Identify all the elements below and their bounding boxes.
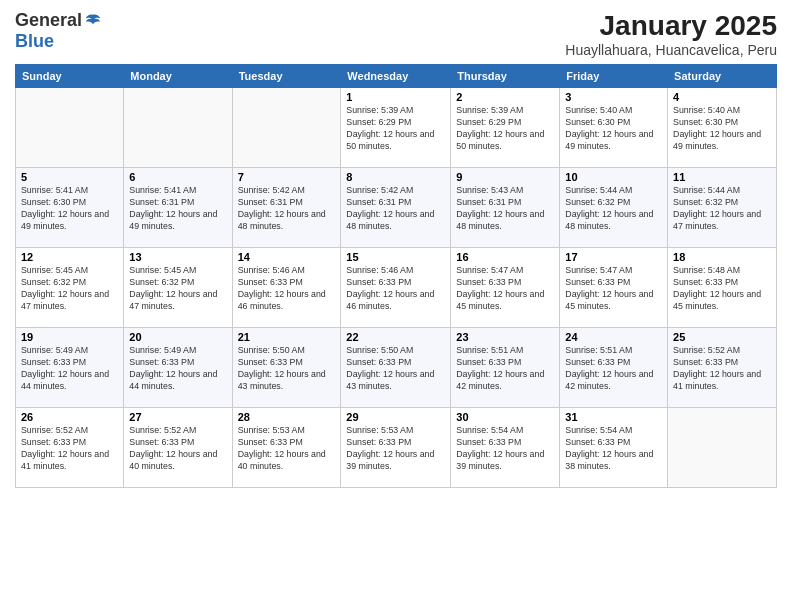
table-row: 18Sunrise: 5:48 AMSunset: 6:33 PMDayligh…: [668, 248, 777, 328]
table-row: 4Sunrise: 5:40 AMSunset: 6:30 PMDaylight…: [668, 88, 777, 168]
table-row: 22Sunrise: 5:50 AMSunset: 6:33 PMDayligh…: [341, 328, 451, 408]
day-info: Sunrise: 5:53 AMSunset: 6:33 PMDaylight:…: [346, 425, 445, 473]
table-row: 26Sunrise: 5:52 AMSunset: 6:33 PMDayligh…: [16, 408, 124, 488]
day-info: Sunrise: 5:51 AMSunset: 6:33 PMDaylight:…: [456, 345, 554, 393]
table-row: 17Sunrise: 5:47 AMSunset: 6:33 PMDayligh…: [560, 248, 668, 328]
table-row: [668, 408, 777, 488]
table-row: [124, 88, 232, 168]
day-info: Sunrise: 5:46 AMSunset: 6:33 PMDaylight:…: [346, 265, 445, 313]
day-number: 25: [673, 331, 771, 343]
title-block: January 2025 Huayllahuara, Huancavelica,…: [565, 10, 777, 58]
calendar-week-row: 5Sunrise: 5:41 AMSunset: 6:30 PMDaylight…: [16, 168, 777, 248]
table-row: 3Sunrise: 5:40 AMSunset: 6:30 PMDaylight…: [560, 88, 668, 168]
calendar-table: Sunday Monday Tuesday Wednesday Thursday…: [15, 64, 777, 488]
day-number: 16: [456, 251, 554, 263]
day-number: 29: [346, 411, 445, 423]
day-number: 5: [21, 171, 118, 183]
day-info: Sunrise: 5:53 AMSunset: 6:33 PMDaylight:…: [238, 425, 336, 473]
table-row: 23Sunrise: 5:51 AMSunset: 6:33 PMDayligh…: [451, 328, 560, 408]
day-info: Sunrise: 5:54 AMSunset: 6:33 PMDaylight:…: [456, 425, 554, 473]
table-row: 1Sunrise: 5:39 AMSunset: 6:29 PMDaylight…: [341, 88, 451, 168]
col-thursday: Thursday: [451, 65, 560, 88]
day-info: Sunrise: 5:39 AMSunset: 6:29 PMDaylight:…: [346, 105, 445, 153]
table-row: 5Sunrise: 5:41 AMSunset: 6:30 PMDaylight…: [16, 168, 124, 248]
col-sunday: Sunday: [16, 65, 124, 88]
table-row: 10Sunrise: 5:44 AMSunset: 6:32 PMDayligh…: [560, 168, 668, 248]
col-friday: Friday: [560, 65, 668, 88]
table-row: 12Sunrise: 5:45 AMSunset: 6:32 PMDayligh…: [16, 248, 124, 328]
table-row: 7Sunrise: 5:42 AMSunset: 6:31 PMDaylight…: [232, 168, 341, 248]
logo: General Blue: [15, 10, 102, 52]
table-row: 28Sunrise: 5:53 AMSunset: 6:33 PMDayligh…: [232, 408, 341, 488]
day-info: Sunrise: 5:47 AMSunset: 6:33 PMDaylight:…: [456, 265, 554, 313]
table-row: 29Sunrise: 5:53 AMSunset: 6:33 PMDayligh…: [341, 408, 451, 488]
table-row: 11Sunrise: 5:44 AMSunset: 6:32 PMDayligh…: [668, 168, 777, 248]
col-saturday: Saturday: [668, 65, 777, 88]
day-number: 3: [565, 91, 662, 103]
table-row: 14Sunrise: 5:46 AMSunset: 6:33 PMDayligh…: [232, 248, 341, 328]
day-info: Sunrise: 5:45 AMSunset: 6:32 PMDaylight:…: [129, 265, 226, 313]
day-number: 10: [565, 171, 662, 183]
table-row: 13Sunrise: 5:45 AMSunset: 6:32 PMDayligh…: [124, 248, 232, 328]
day-info: Sunrise: 5:54 AMSunset: 6:33 PMDaylight:…: [565, 425, 662, 473]
table-row: 15Sunrise: 5:46 AMSunset: 6:33 PMDayligh…: [341, 248, 451, 328]
table-row: 21Sunrise: 5:50 AMSunset: 6:33 PMDayligh…: [232, 328, 341, 408]
day-number: 28: [238, 411, 336, 423]
day-info: Sunrise: 5:47 AMSunset: 6:33 PMDaylight:…: [565, 265, 662, 313]
day-info: Sunrise: 5:49 AMSunset: 6:33 PMDaylight:…: [21, 345, 118, 393]
day-info: Sunrise: 5:43 AMSunset: 6:31 PMDaylight:…: [456, 185, 554, 233]
day-number: 7: [238, 171, 336, 183]
day-number: 30: [456, 411, 554, 423]
table-row: 16Sunrise: 5:47 AMSunset: 6:33 PMDayligh…: [451, 248, 560, 328]
day-number: 31: [565, 411, 662, 423]
day-number: 21: [238, 331, 336, 343]
day-number: 15: [346, 251, 445, 263]
day-info: Sunrise: 5:41 AMSunset: 6:31 PMDaylight:…: [129, 185, 226, 233]
table-row: 27Sunrise: 5:52 AMSunset: 6:33 PMDayligh…: [124, 408, 232, 488]
day-number: 19: [21, 331, 118, 343]
day-info: Sunrise: 5:49 AMSunset: 6:33 PMDaylight:…: [129, 345, 226, 393]
calendar-week-row: 26Sunrise: 5:52 AMSunset: 6:33 PMDayligh…: [16, 408, 777, 488]
day-number: 24: [565, 331, 662, 343]
day-info: Sunrise: 5:41 AMSunset: 6:30 PMDaylight:…: [21, 185, 118, 233]
col-monday: Monday: [124, 65, 232, 88]
logo-bird-icon: [84, 12, 102, 30]
table-row: 31Sunrise: 5:54 AMSunset: 6:33 PMDayligh…: [560, 408, 668, 488]
day-number: 13: [129, 251, 226, 263]
day-info: Sunrise: 5:46 AMSunset: 6:33 PMDaylight:…: [238, 265, 336, 313]
day-info: Sunrise: 5:48 AMSunset: 6:33 PMDaylight:…: [673, 265, 771, 313]
day-info: Sunrise: 5:42 AMSunset: 6:31 PMDaylight:…: [346, 185, 445, 233]
day-number: 23: [456, 331, 554, 343]
day-info: Sunrise: 5:42 AMSunset: 6:31 PMDaylight:…: [238, 185, 336, 233]
logo-blue: Blue: [15, 31, 102, 52]
day-info: Sunrise: 5:45 AMSunset: 6:32 PMDaylight:…: [21, 265, 118, 313]
day-info: Sunrise: 5:51 AMSunset: 6:33 PMDaylight:…: [565, 345, 662, 393]
table-row: 25Sunrise: 5:52 AMSunset: 6:33 PMDayligh…: [668, 328, 777, 408]
day-info: Sunrise: 5:39 AMSunset: 6:29 PMDaylight:…: [456, 105, 554, 153]
day-number: 26: [21, 411, 118, 423]
day-number: 11: [673, 171, 771, 183]
table-row: 8Sunrise: 5:42 AMSunset: 6:31 PMDaylight…: [341, 168, 451, 248]
table-row: [16, 88, 124, 168]
day-info: Sunrise: 5:50 AMSunset: 6:33 PMDaylight:…: [346, 345, 445, 393]
day-number: 17: [565, 251, 662, 263]
day-number: 8: [346, 171, 445, 183]
table-row: 24Sunrise: 5:51 AMSunset: 6:33 PMDayligh…: [560, 328, 668, 408]
day-info: Sunrise: 5:40 AMSunset: 6:30 PMDaylight:…: [673, 105, 771, 153]
calendar-header-row: Sunday Monday Tuesday Wednesday Thursday…: [16, 65, 777, 88]
page: General Blue January 2025 Huayllahuara, …: [0, 0, 792, 612]
day-info: Sunrise: 5:50 AMSunset: 6:33 PMDaylight:…: [238, 345, 336, 393]
page-title: January 2025: [565, 10, 777, 42]
col-tuesday: Tuesday: [232, 65, 341, 88]
day-number: 22: [346, 331, 445, 343]
calendar-week-row: 12Sunrise: 5:45 AMSunset: 6:32 PMDayligh…: [16, 248, 777, 328]
day-number: 9: [456, 171, 554, 183]
calendar-week-row: 1Sunrise: 5:39 AMSunset: 6:29 PMDaylight…: [16, 88, 777, 168]
col-wednesday: Wednesday: [341, 65, 451, 88]
day-info: Sunrise: 5:40 AMSunset: 6:30 PMDaylight:…: [565, 105, 662, 153]
logo-general: General: [15, 10, 82, 31]
day-number: 6: [129, 171, 226, 183]
day-number: 1: [346, 91, 445, 103]
table-row: 2Sunrise: 5:39 AMSunset: 6:29 PMDaylight…: [451, 88, 560, 168]
header: General Blue January 2025 Huayllahuara, …: [15, 10, 777, 58]
